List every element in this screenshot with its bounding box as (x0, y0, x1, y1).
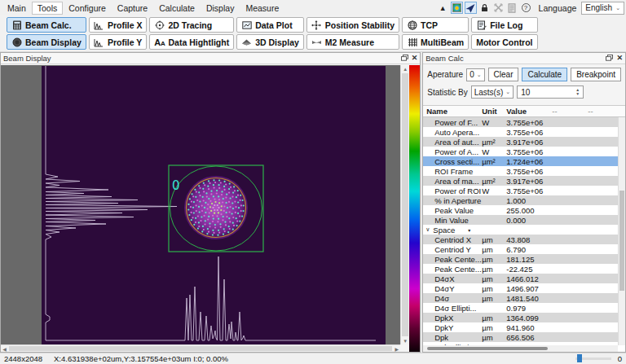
aperture-select[interactable]: 0 ⌄ (466, 68, 484, 81)
table-row[interactable]: Centriod Yµm6.790 (423, 244, 618, 254)
table-row[interactable]: Peak Cente...µm181.125 (423, 254, 618, 264)
scroll-down-icon[interactable]: ▼ (401, 337, 409, 344)
profile-peak-icon (94, 20, 104, 30)
position-stability-button[interactable]: Position Stability (306, 17, 399, 33)
table-row[interactable]: Cross secti...µm²1.724e+06 (423, 156, 618, 166)
beam-display-button[interactable]: Beam Display (7, 34, 86, 50)
profile-x-button[interactable]: Profile X (89, 17, 148, 33)
beam-vertical-scrollbar[interactable]: ▲ ▼ (400, 65, 409, 344)
table-row[interactable]: Area of ma...µm²3.917e+06 (423, 176, 618, 186)
table-row[interactable]: D4σXµm1466.012 (423, 274, 618, 283)
table-row[interactable]: D4σµm1481.540 (423, 293, 618, 303)
data-highlight-button[interactable]: AA Data Hightlight (149, 34, 234, 50)
table-row[interactable]: D4σ Ellipti...0.979 (423, 303, 618, 313)
scrollbar-thumb[interactable] (427, 347, 548, 350)
table-row[interactable]: Power of A...W3.755e+06 (423, 147, 618, 156)
group-filter-icon[interactable]: ▾ (468, 227, 470, 233)
scroll-up-icon[interactable]: ▲ (401, 65, 409, 72)
profile-y-button[interactable]: Profile Y (89, 34, 148, 50)
tracing-2d-button[interactable]: 2D Tracing (149, 17, 234, 33)
colormap-icon[interactable] (451, 2, 463, 14)
cross-arrows-icon[interactable] (492, 2, 505, 14)
results-table-header[interactable]: Name Unit Value -- -- (423, 106, 625, 117)
table-cell: µm (482, 333, 506, 342)
file-log-button[interactable]: File Log (471, 17, 537, 33)
menu-configure[interactable]: Configure (63, 2, 112, 15)
statistic-value-spinbox[interactable]: 10 ▲▼ (517, 86, 584, 99)
m2-measure-button[interactable]: M2 Measure (306, 34, 399, 50)
multibeam-button[interactable]: MultiBeam (402, 34, 469, 50)
toolbar-col-tracing: 2D Tracing AA Data Hightlight (149, 17, 234, 50)
data-plot-button[interactable]: Data Plot (236, 17, 304, 33)
table-cell: 3.755e+06 (506, 118, 552, 127)
table-row[interactable]: Auto Apera...3.755e+06 (423, 127, 618, 137)
table-cell: D4σY (423, 284, 482, 293)
display-3d-button[interactable]: 3D Display (236, 34, 304, 50)
table-cell: µm (482, 314, 506, 322)
collapse-up-icon[interactable]: ▲ (437, 2, 449, 14)
table-row[interactable]: Power of F...W3.755e+06 (423, 117, 618, 127)
table-row[interactable]: Centriod Xµm43.808 (423, 235, 618, 244)
tcp-button[interactable]: TCP (402, 17, 469, 33)
menu-tools[interactable]: Tools (32, 2, 64, 15)
spinner-arrows-icon[interactable]: ▲▼ (573, 86, 582, 98)
table-row[interactable]: Dpkµm656.506 (423, 332, 618, 342)
table-cell: 3.917e+06 (506, 177, 552, 186)
beam-calc-button[interactable]: Beam Calc. (7, 17, 86, 33)
table-row[interactable]: % in Aperture1.000 (423, 195, 618, 205)
beam-display-titlebar[interactable]: Beam Display ✕ (1, 53, 420, 64)
results-table-body: Power of F...W3.755e+06Auto Apera...3.75… (423, 117, 618, 345)
scrollbar-thumb[interactable] (619, 191, 624, 291)
beam-calc-controls: Aperature 0 ⌄ Clear Calculate Breakpoint… (423, 64, 625, 104)
beam-display-viewport[interactable]: 0 (1, 65, 400, 344)
close-icon[interactable]: ✕ (412, 55, 418, 62)
table-row[interactable]: Peak Cente...µm-22.425 (423, 264, 618, 274)
table-row[interactable]: ROI Frame3.755e+06 (423, 166, 618, 176)
scroll-right-icon[interactable]: ▶ (393, 345, 400, 352)
menu-display[interactable]: Display (201, 2, 240, 15)
table-cell: 3.755e+06 (506, 186, 552, 195)
calculate-button[interactable]: Calculate (522, 68, 567, 81)
beam-calc-titlebar[interactable]: Beam Calc ✕ (423, 53, 625, 64)
menu-measure[interactable]: Measure (240, 2, 284, 15)
lock-icon[interactable] (478, 2, 491, 14)
table-cell: 1.724e+06 (506, 157, 552, 166)
scroll-left-icon[interactable]: ◀ (1, 345, 8, 352)
scrollbar-thumb[interactable] (402, 73, 408, 336)
statistic-mode-select[interactable]: Lasts(s) ⌄ (471, 86, 514, 99)
table-row[interactable]: Area of aut...µm²3.917e+06 (423, 137, 618, 147)
beam-image[interactable]: 0 (42, 66, 386, 344)
menu-main[interactable]: Main (2, 2, 32, 15)
table-row[interactable]: D4σYµm1496.907 (423, 283, 618, 293)
float-window-icon[interactable] (606, 54, 613, 63)
close-icon[interactable]: ✕ (616, 55, 623, 62)
clear-button[interactable]: Clear (488, 68, 519, 81)
table-horizontal-scrollbar[interactable] (423, 345, 618, 352)
data-plot-label: Data Plot (255, 20, 293, 30)
slider-thumb[interactable] (577, 354, 582, 362)
breakpoint-button[interactable]: Breakpoint (571, 68, 621, 81)
menu-calculate[interactable]: Calculate (153, 2, 201, 15)
float-window-icon[interactable] (401, 54, 408, 63)
document-icon[interactable] (506, 2, 518, 14)
motor-control-button[interactable]: Motor Control (471, 34, 537, 50)
group-collapse-icon[interactable]: ∨ (425, 226, 430, 233)
table-row[interactable]: DpkXµm1364.099 (423, 313, 618, 322)
status-slider[interactable] (575, 357, 611, 360)
table-row[interactable]: Min Value0.000 (423, 215, 618, 225)
language-select[interactable]: English ⌄ (581, 2, 624, 15)
scrollbar-thumb[interactable] (9, 346, 392, 351)
menu-capture[interactable]: Capture (112, 2, 153, 15)
toolbar-col-log: File Log Motor Control (471, 17, 537, 50)
pointer-icon[interactable] (465, 2, 477, 14)
profile-x-label: Profile X (108, 20, 143, 30)
toolbar-col-stability: Position Stability M2 Measure (306, 17, 399, 50)
table-row[interactable]: Peak Value255.000 (423, 205, 618, 215)
table-vertical-scrollbar[interactable] (618, 117, 625, 345)
table-row[interactable]: DpkYµm941.960 (423, 322, 618, 332)
table-group-row[interactable]: ∨Space▾ (423, 225, 618, 235)
help-icon[interactable]: ? (520, 2, 532, 14)
table-cell: 3.755e+06 (506, 128, 552, 137)
beam-horizontal-scrollbar[interactable]: ◀ ▶ (1, 344, 400, 352)
table-row[interactable]: Power of ROIW3.755e+06 (423, 186, 618, 195)
